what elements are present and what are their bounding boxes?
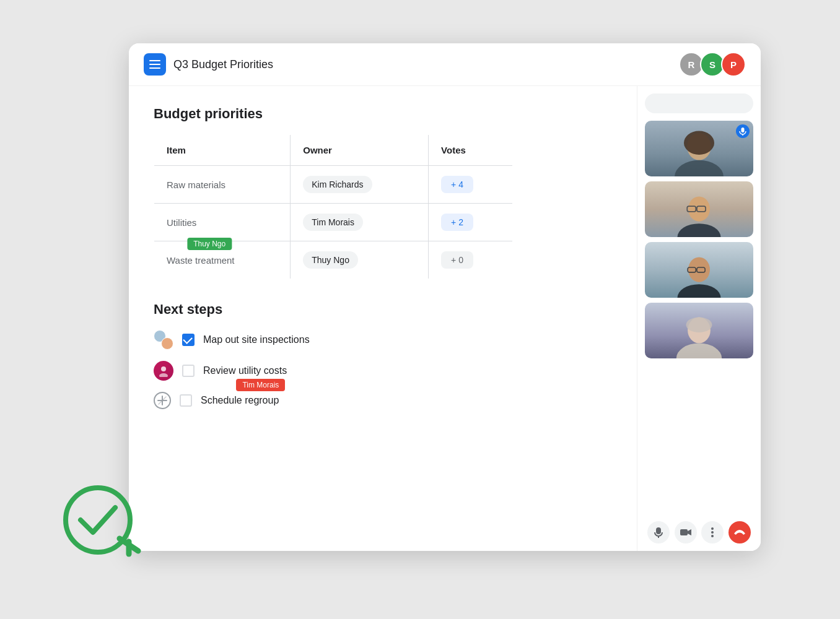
more-options-button[interactable] <box>701 521 724 543</box>
next-steps-title: Next steps <box>154 301 612 318</box>
camera-button[interactable] <box>675 521 697 543</box>
video-tile-1 <box>645 121 753 176</box>
menu-icon[interactable] <box>144 53 166 76</box>
steps-list: Map out site inspections Revi <box>154 330 612 409</box>
svg-point-15 <box>688 257 710 282</box>
list-item: Map out site inspections <box>154 330 612 350</box>
tooltip-thuy-ngo: Thuy Ngo <box>187 238 232 250</box>
budget-title: Budget priorities <box>154 106 612 122</box>
avatar-multi <box>154 330 173 350</box>
budget-section: Budget priorities Item Owner Votes <box>154 106 612 279</box>
list-item: Schedule regroup Tim Morais <box>154 392 612 409</box>
svg-point-6 <box>675 160 724 176</box>
main-window: Q3 Budget Priorities R S P Budget priori… <box>129 43 761 551</box>
votes-cell: + 0 <box>429 241 513 279</box>
item-cell: Raw materials <box>154 166 291 204</box>
end-call-button[interactable] <box>728 521 751 543</box>
svg-point-16 <box>678 284 721 298</box>
step-text-3: Schedule regroup Tim Morais <box>201 395 279 406</box>
tooltip-tim-morais: Tim Morais <box>236 379 285 391</box>
video-tile-2 <box>645 181 753 237</box>
next-steps-section: Next steps Map out site inspections <box>154 301 612 409</box>
table-row: Raw materials Kim Richards + 4 <box>154 166 513 204</box>
checkmark-icon <box>61 477 141 557</box>
mic-button[interactable] <box>647 521 670 543</box>
table-row: Utilities Tim Morais + 2 <box>154 204 513 241</box>
votes-badge[interactable]: + 2 <box>441 214 473 231</box>
video-tile-3 <box>645 242 753 298</box>
avatar-p[interactable]: P <box>721 52 746 77</box>
votes-cell: + 2 <box>429 204 513 241</box>
owner-cell: Thuy Ngo <box>291 241 429 279</box>
svg-rect-23 <box>656 527 661 534</box>
svg-point-21 <box>676 344 722 359</box>
video-controls <box>645 517 753 543</box>
col-header-votes: Votes <box>429 135 513 166</box>
checkbox-2[interactable] <box>182 365 195 377</box>
svg-point-4 <box>159 373 168 377</box>
video-tile-4 <box>645 303 753 358</box>
checkbox-1[interactable] <box>182 334 195 346</box>
svg-point-11 <box>678 223 721 237</box>
table-row: Waste treatment Thuy Ngo Thuy Ngo + 0 <box>154 241 513 279</box>
owner-chip[interactable]: Kim Richards <box>303 176 372 193</box>
header: Q3 Budget Priorities R S P <box>129 43 761 86</box>
tooltip-container: Waste treatment Thuy Ngo <box>167 255 234 266</box>
checkbox-3[interactable] <box>180 394 192 407</box>
header-left: Q3 Budget Priorities <box>144 53 273 76</box>
votes-cell: + 4 <box>429 166 513 204</box>
svg-rect-25 <box>680 529 688 535</box>
col-header-item: Item <box>154 135 291 166</box>
step-text-1: Map out site inspections <box>203 334 310 345</box>
main-content: Budget priorities Item Owner Votes <box>129 86 637 551</box>
add-step-icon[interactable] <box>154 392 171 409</box>
owner-cell: Tim Morais <box>291 204 429 241</box>
svg-point-27 <box>711 531 714 534</box>
svg-point-26 <box>711 527 714 530</box>
video-search-bar <box>645 93 753 113</box>
owner-chip[interactable]: Thuy Ngo <box>303 251 358 269</box>
item-cell: Waste treatment Thuy Ngo <box>154 241 291 279</box>
col-header-owner: Owner <box>291 135 429 166</box>
item-cell: Utilities <box>154 204 291 241</box>
owner-cell: Kim Richards <box>291 166 429 204</box>
owner-chip[interactable]: Tim Morais <box>303 214 363 231</box>
video-panel <box>637 86 761 551</box>
list-item: Review utility costs <box>154 361 612 381</box>
svg-point-7 <box>684 131 714 155</box>
page-title: Q3 Budget Priorities <box>173 58 273 71</box>
svg-point-22 <box>686 318 712 333</box>
votes-badge[interactable]: + 0 <box>441 251 473 269</box>
header-avatars: R S P <box>679 52 746 77</box>
step-text-2: Review utility costs <box>203 365 287 376</box>
avatar <box>154 361 173 381</box>
budget-table: Item Owner Votes Raw materials Kim Richa… <box>154 134 513 279</box>
mic-badge <box>736 124 750 138</box>
svg-point-3 <box>161 366 166 371</box>
body-layout: Budget priorities Item Owner Votes <box>129 86 761 551</box>
svg-rect-8 <box>742 128 745 132</box>
svg-point-10 <box>688 196 710 221</box>
svg-point-28 <box>711 535 714 537</box>
svg-point-0 <box>66 488 130 552</box>
votes-badge[interactable]: + 4 <box>441 176 473 193</box>
